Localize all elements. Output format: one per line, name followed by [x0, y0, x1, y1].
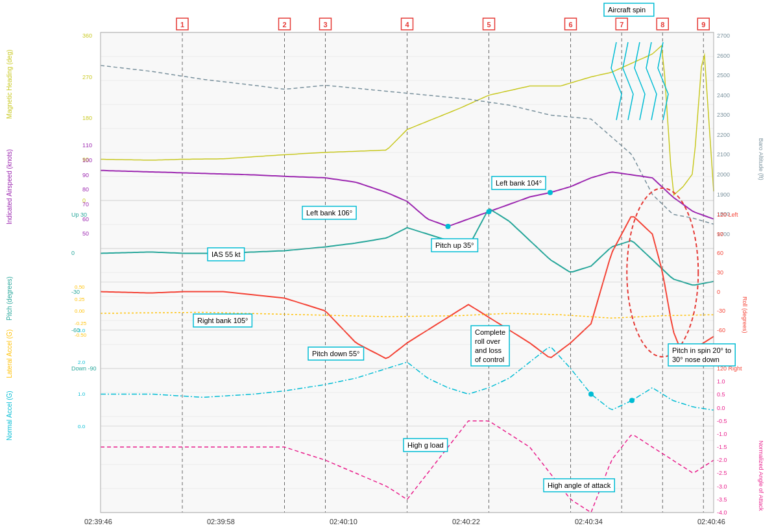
chart-container: [0, 0, 774, 532]
flight-data-chart: [0, 0, 774, 532]
